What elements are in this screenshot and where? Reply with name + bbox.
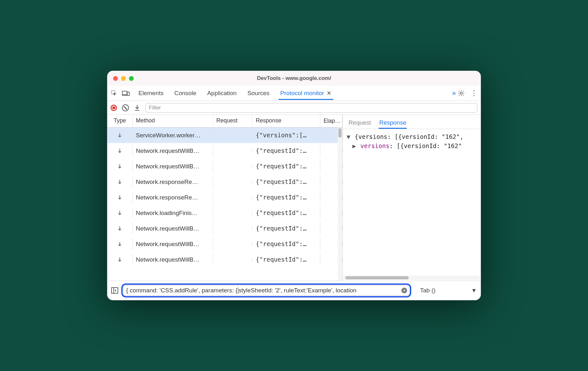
svg-rect-3 — [127, 92, 129, 95]
cell-method: Network.requestWillB… — [133, 145, 213, 157]
drawer-tab-label[interactable]: Tab () — [420, 287, 436, 294]
cell-type — [107, 238, 133, 250]
device-toolbar-icon[interactable] — [122, 90, 130, 96]
tab-label: Console — [174, 90, 196, 97]
arrow-down-icon — [117, 148, 122, 154]
tab-label: Application — [207, 90, 237, 97]
cell-type — [107, 161, 133, 172]
tab-label: Elements — [138, 90, 163, 97]
disclosure-triangle-icon[interactable]: ▶ — [352, 141, 357, 151]
panel-tabs-bar: ElementsConsoleApplicationSourcesProtoco… — [107, 86, 481, 101]
tree-row[interactable]: ▼ {versions: [{versionId: "162", — [347, 132, 477, 141]
inspect-element-icon[interactable] — [111, 90, 118, 97]
drawer-collapse-icon[interactable]: ▼ — [471, 287, 477, 294]
close-tab-icon[interactable]: ✕ — [327, 90, 331, 97]
cell-method: Network.requestWillB… — [133, 254, 213, 266]
command-input-text-after: styleSheetId: '2', ruleText:'Example', l… — [239, 287, 357, 294]
cell-type — [107, 176, 133, 188]
settings-gear-icon[interactable] — [458, 90, 465, 97]
cell-response: {"versions":[… — [252, 129, 320, 141]
table-row[interactable]: Network.requestWillB…{"requestId":… — [107, 159, 342, 174]
tree-text: : [{versionId: "162" — [389, 142, 462, 149]
drawer-bar: { command: 'CSS.addRule', parameters: { … — [107, 281, 481, 300]
table-row[interactable]: Network.responseRe…{"requestId":… — [107, 174, 342, 190]
devtools-window: DevTools - www.google.com/ ElementsConso… — [107, 71, 481, 300]
arrow-down-icon — [117, 225, 122, 232]
cell-method: Network.loadingFinis… — [133, 207, 213, 219]
window-title: DevTools - www.google.com/ — [107, 75, 481, 81]
cell-type — [107, 223, 133, 234]
cell-type — [107, 130, 133, 141]
table-row[interactable]: Network.requestWillB…{"requestId":… — [107, 252, 342, 267]
more-tabs-icon[interactable]: » — [452, 89, 456, 97]
protocol-toolbar — [107, 101, 481, 115]
details-h-scroll-thumb[interactable] — [345, 276, 409, 279]
show-drawer-icon[interactable] — [111, 287, 118, 294]
clear-input-icon[interactable]: ✕ — [401, 288, 407, 293]
record-button-icon[interactable] — [111, 105, 117, 111]
command-input[interactable]: { command: 'CSS.addRule', parameters: { … — [123, 285, 409, 296]
tree-text: {versions: [{versionId: "162", — [355, 133, 463, 140]
table-scroll-thumb[interactable] — [338, 128, 342, 138]
table-row[interactable]: Network.requestWillB…{"requestId":… — [107, 221, 342, 236]
detail-tab-request[interactable]: Request — [348, 117, 372, 129]
cell-method: Network.requestWillB… — [133, 160, 213, 172]
maximize-window-button[interactable] — [129, 76, 134, 81]
clear-button-icon[interactable] — [122, 104, 129, 111]
tab-label: Sources — [247, 90, 270, 97]
tab-application[interactable]: Application — [205, 87, 239, 100]
tab-console[interactable]: Console — [172, 87, 198, 100]
disclosure-triangle-icon[interactable]: ▼ — [347, 132, 351, 141]
cell-response: {"requestId":… — [252, 253, 320, 266]
tab-sources[interactable]: Sources — [246, 87, 272, 100]
table-row[interactable]: ServiceWorker.worker…{"versions":[… — [107, 127, 342, 143]
download-icon[interactable] — [134, 104, 140, 111]
col-header-type[interactable]: Type — [107, 115, 133, 127]
col-header-method[interactable]: Method — [133, 115, 213, 127]
svg-rect-5 — [112, 288, 118, 293]
cell-request — [213, 257, 253, 262]
arrow-down-icon — [117, 132, 122, 139]
cell-method: Network.responseRe… — [133, 192, 213, 204]
arrow-down-icon — [117, 179, 122, 185]
tab-protocol-monitor[interactable]: Protocol monitor✕ — [278, 87, 333, 100]
arrow-down-icon — [117, 194, 122, 201]
table-row[interactable]: Network.responseRe…{"requestId":… — [107, 190, 342, 205]
detail-tab-response[interactable]: Response — [379, 117, 407, 129]
cell-request — [213, 164, 253, 169]
table-header-row: Type Method Request Response Elap… ▲ — [107, 115, 342, 127]
table-row[interactable]: Network.requestWillB…{"requestId":… — [107, 143, 342, 159]
tab-elements[interactable]: Elements — [137, 87, 165, 100]
cell-request — [213, 179, 253, 185]
col-header-elapsed-label: Elap… — [323, 118, 341, 124]
col-header-elapsed[interactable]: Elap… ▲ — [320, 115, 342, 127]
arrow-down-icon — [117, 210, 122, 216]
details-h-scrollbar[interactable] — [343, 276, 480, 280]
table-scrollbar[interactable] — [338, 127, 342, 281]
table-row[interactable]: Network.loadingFinis…{"requestId":… — [107, 205, 342, 221]
cell-response: {"requestId":… — [252, 191, 320, 204]
arrow-down-icon — [117, 257, 122, 263]
tab-label: Protocol monitor — [280, 90, 324, 97]
tree-row[interactable]: ▶ versions: [{versionId: "162" — [347, 141, 477, 151]
detail-body: ▼ {versions: [{versionId: "162",▶ versio… — [343, 129, 481, 154]
close-window-button[interactable] — [113, 76, 118, 81]
details-pane: Request Response ▼ {versions: [{versionI… — [342, 115, 481, 281]
cell-response: {"requestId":… — [252, 238, 320, 250]
filter-input[interactable] — [145, 103, 477, 113]
table-row[interactable]: Network.requestWillB…{"requestId":… — [107, 236, 342, 252]
cell-request — [213, 148, 253, 153]
col-header-response[interactable]: Response — [252, 115, 320, 127]
cell-type — [107, 145, 133, 157]
messages-table: Type Method Request Response Elap… ▲ Ser… — [107, 115, 342, 281]
cell-response: {"requestId":… — [252, 222, 320, 235]
minimize-window-button[interactable] — [121, 76, 126, 81]
col-header-request[interactable]: Request — [213, 115, 253, 127]
window-controls — [113, 76, 134, 81]
cell-method: Network.requestWillB… — [133, 238, 213, 250]
cell-method: Network.responseRe… — [133, 176, 213, 188]
cell-method: Network.requestWillB… — [133, 223, 213, 235]
main-split: Type Method Request Response Elap… ▲ Ser… — [107, 115, 481, 281]
cell-request — [213, 226, 253, 231]
kebab-menu-icon[interactable]: ⋮ — [470, 90, 477, 97]
